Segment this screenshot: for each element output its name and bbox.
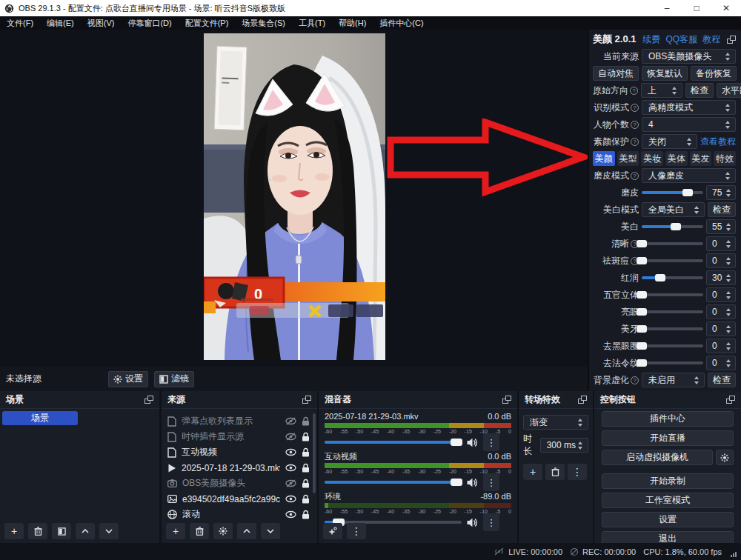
lock-icon[interactable]	[302, 494, 310, 504]
nasolabial-spinbox[interactable]: 0	[706, 356, 736, 370]
speaker-icon[interactable]	[467, 518, 478, 527]
slider-handle[interactable]	[655, 274, 665, 281]
renew-link[interactable]: 续费	[642, 33, 660, 46]
volume-slider[interactable]	[325, 481, 462, 484]
settings-button[interactable]: 设置	[602, 512, 734, 527]
help-icon[interactable]: ?	[630, 87, 638, 95]
recognition-mode-dropdown[interactable]: 高精度模式	[642, 100, 736, 115]
source-properties-button[interactable]	[213, 523, 233, 539]
tutorial-link[interactable]: 教程	[702, 33, 720, 46]
orientation-check-button[interactable]: 检查	[685, 83, 714, 98]
popout-icon[interactable]	[578, 396, 587, 404]
dark-circles-spinbox[interactable]: 0	[706, 339, 736, 353]
virtual-camera-settings-button[interactable]	[716, 450, 734, 465]
horizontal-flip-button[interactable]: 水平翻转	[717, 83, 741, 98]
view-tutorial-link[interactable]: 查看教程	[700, 136, 736, 148]
smooth-slider[interactable]	[642, 191, 703, 194]
transition-type-dropdown[interactable]: 渐变	[523, 415, 588, 430]
slider-handle[interactable]	[671, 223, 681, 230]
duration-spinbox[interactable]: 300 ms	[540, 438, 588, 453]
channel-menu-button[interactable]: ⋮	[483, 473, 499, 491]
menu-plugin-center[interactable]: 插件中心(C)	[373, 16, 430, 30]
sources-scrollbar[interactable]	[313, 413, 316, 493]
lock-icon[interactable]	[302, 510, 310, 519]
remove-source-button[interactable]	[190, 523, 209, 539]
tab-makeup[interactable]: 美妆	[641, 151, 663, 166]
backup-restore-button[interactable]: 备份恢复	[691, 66, 737, 81]
close-button[interactable]: ✕	[711, 0, 741, 16]
slider-handle[interactable]	[637, 240, 647, 247]
add-scene-button[interactable]: +	[4, 523, 24, 539]
lock-icon[interactable]	[302, 432, 310, 441]
source-row[interactable]: 时钟插件显示源	[162, 429, 317, 444]
source-row[interactable]: e394502df49aa5fc2a99cd2e7c	[162, 491, 317, 507]
nasolabial-slider[interactable]	[642, 361, 703, 364]
slider-handle[interactable]	[637, 342, 647, 350]
tab-reshape[interactable]: 美型	[617, 151, 639, 166]
minimize-button[interactable]: –	[652, 0, 682, 16]
rosy-slider[interactable]	[642, 276, 703, 279]
menu-edit[interactable]: 编辑(E)	[40, 16, 81, 30]
slider-handle[interactable]	[637, 257, 647, 264]
source-row[interactable]: OBS美颜摄像头	[162, 476, 317, 491]
rosy-spinbox[interactable]: 30	[706, 270, 736, 285]
tab-effects[interactable]: 特效	[714, 151, 736, 166]
help-icon[interactable]: ?	[631, 121, 639, 129]
plugin-center-button[interactable]: 插件中心	[602, 411, 734, 427]
smooth-spinbox[interactable]: 75	[706, 185, 736, 200]
menu-tools[interactable]: 工具(T)	[292, 16, 332, 30]
eye-visible-icon[interactable]	[285, 510, 296, 519]
face-3d-spinbox[interactable]: 0	[706, 287, 736, 302]
tab-hair[interactable]: 美发	[690, 151, 712, 166]
eye-visible-icon[interactable]	[285, 448, 296, 456]
lock-icon[interactable]	[302, 447, 310, 457]
popout-icon[interactable]	[144, 396, 153, 404]
move-scene-down-button[interactable]	[99, 523, 119, 539]
whiten-slider[interactable]	[642, 225, 703, 228]
channel-menu-button[interactable]: ⋮	[483, 433, 499, 451]
move-source-down-button[interactable]	[261, 523, 280, 539]
clarity-slider[interactable]	[642, 242, 703, 245]
source-row[interactable]: 弹幕点歌列表显示	[162, 413, 317, 429]
teeth-spinbox[interactable]: 0	[706, 321, 736, 336]
scene-list-item[interactable]: 场景	[2, 411, 78, 425]
autofocus-button[interactable]: 自动对焦	[593, 66, 639, 81]
slider-handle[interactable]	[637, 325, 647, 333]
face-3d-slider[interactable]	[642, 293, 703, 296]
speaker-icon[interactable]	[467, 478, 478, 487]
popout-icon[interactable]	[726, 396, 735, 404]
bright-eyes-slider[interactable]	[642, 310, 703, 313]
lock-icon[interactable]	[302, 463, 310, 473]
clarity-spinbox[interactable]: 0	[706, 236, 736, 251]
whiten-mode-dropdown[interactable]: 全局美白	[642, 202, 705, 217]
eye-hidden-icon[interactable]	[285, 479, 296, 487]
transition-menu-button[interactable]: ⋮	[568, 464, 587, 480]
teeth-slider[interactable]	[642, 327, 703, 330]
menu-help[interactable]: 帮助(H)	[332, 16, 373, 30]
popout-icon[interactable]	[727, 36, 736, 44]
move-source-up-button[interactable]	[237, 523, 256, 539]
menu-file[interactable]: 文件(F)	[0, 16, 40, 30]
remove-transition-button[interactable]	[545, 464, 565, 480]
bg-blur-check-button[interactable]: 检查	[708, 373, 736, 387]
makeup-protect-dropdown[interactable]: 关闭	[642, 134, 697, 149]
remove-scene-button[interactable]	[28, 523, 47, 539]
slider-handle[interactable]	[637, 291, 647, 299]
restore-default-button[interactable]: 恢复默认	[642, 66, 688, 81]
slider-handle[interactable]	[451, 439, 462, 446]
lock-icon[interactable]	[302, 479, 310, 488]
blemish-slider[interactable]	[642, 259, 703, 262]
bright-eyes-spinbox[interactable]: 0	[706, 304, 736, 319]
help-icon[interactable]: ?	[631, 376, 639, 384]
start-streaming-button[interactable]: 开始直播	[602, 430, 734, 446]
eye-hidden-icon[interactable]	[285, 433, 296, 441]
start-recording-button[interactable]: 开始录制	[602, 473, 734, 489]
qq-support-link[interactable]: QQ客服	[665, 33, 697, 46]
studio-mode-button[interactable]: 工作室模式	[602, 493, 734, 508]
lock-icon[interactable]	[302, 416, 310, 426]
help-icon[interactable]: ?	[631, 138, 639, 146]
channel-menu-button[interactable]: ⋮	[483, 513, 499, 531]
start-virtual-camera-button[interactable]: 启动虚拟摄像机	[602, 450, 713, 465]
advanced-audio-button[interactable]	[323, 523, 342, 539]
source-settings-button[interactable]: 设置	[108, 371, 148, 387]
